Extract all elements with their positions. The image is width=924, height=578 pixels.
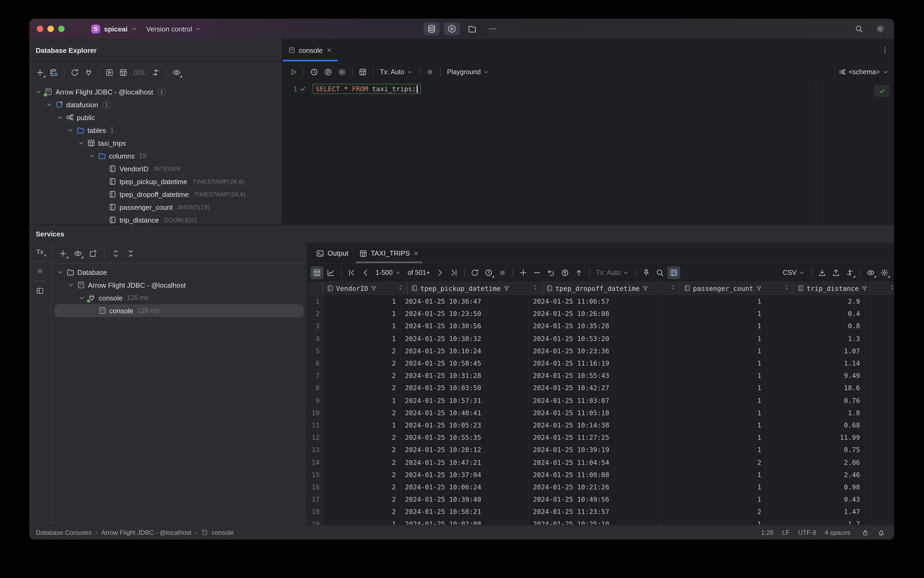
editor-body[interactable]: 1 SELECT * FROM taxi_trips;: [282, 83, 894, 224]
tx-mode-select[interactable]: Tx: Auto: [377, 68, 416, 76]
row-number[interactable]: 1: [307, 295, 323, 307]
cell[interactable]: [865, 345, 894, 357]
cell[interactable]: 2: [323, 468, 400, 481]
collapse-all-button[interactable]: [124, 247, 137, 260]
add-service-button[interactable]: [57, 247, 69, 260]
layout-panel-icon[interactable]: [36, 287, 44, 295]
dbx-node-datafusion[interactable]: datafusion1: [29, 98, 282, 111]
cell[interactable]: 0.98: [766, 481, 865, 493]
column-header-vendorid[interactable]: VendorID: [323, 281, 408, 295]
view-options-button[interactable]: [170, 66, 183, 79]
cell[interactable]: 2: [323, 345, 400, 357]
zoom-window-button[interactable]: [58, 26, 65, 32]
cell[interactable]: 2024-01-25 10:40:41: [400, 406, 529, 419]
open-in-new-tab-button[interactable]: [86, 247, 99, 260]
cell[interactable]: [865, 505, 894, 518]
cell[interactable]: 0.8: [766, 320, 865, 332]
row-number[interactable]: 2: [307, 307, 323, 320]
row-number[interactable]: 4: [307, 332, 323, 344]
cell[interactable]: 2: [323, 456, 400, 468]
cell[interactable]: 2.9: [766, 295, 865, 307]
sort-icon[interactable]: [532, 284, 539, 291]
row-number[interactable]: 5: [307, 345, 323, 357]
cell[interactable]: 2024-01-25 10:06:24: [400, 481, 529, 493]
settings-button[interactable]: [874, 23, 887, 35]
filter-icon[interactable]: [755, 285, 762, 292]
row-number[interactable]: 11: [307, 419, 323, 431]
refresh-button[interactable]: [68, 66, 81, 79]
column-header-trip-distance[interactable]: trip_distance: [794, 281, 894, 295]
cell[interactable]: 1: [660, 419, 766, 431]
cell[interactable]: 2024-01-25 10:25:10: [529, 518, 660, 524]
new-item-button[interactable]: [34, 66, 46, 79]
cell[interactable]: [865, 431, 894, 443]
services-node-database[interactable]: Database: [51, 266, 307, 279]
cell[interactable]: 2024-01-25 10:36:47: [400, 295, 529, 307]
column-header-passenger-count[interactable]: passenger_count: [680, 281, 794, 295]
next-page-button[interactable]: [434, 266, 447, 279]
tab-console[interactable]: console: [283, 39, 338, 62]
cell[interactable]: 2024-01-25 11:06:57: [529, 295, 660, 307]
filter-icon[interactable]: [370, 285, 377, 292]
cell[interactable]: 1: [660, 382, 766, 394]
cell[interactable]: 1: [660, 369, 766, 382]
cell[interactable]: 2024-01-25 10:26:08: [529, 307, 660, 320]
cell[interactable]: 1: [660, 468, 766, 481]
cell[interactable]: 1: [660, 307, 766, 320]
cell[interactable]: [865, 295, 894, 307]
stop-button[interactable]: [496, 266, 509, 279]
row-number[interactable]: 16: [307, 481, 323, 493]
cell[interactable]: 1.7: [766, 518, 865, 524]
row-number[interactable]: 7: [307, 369, 323, 382]
cell[interactable]: 1: [323, 320, 400, 332]
history-button[interactable]: [308, 66, 321, 78]
cell[interactable]: 1: [660, 431, 766, 443]
cell[interactable]: 18.6: [766, 382, 865, 394]
breadcrumb-item[interactable]: console: [212, 529, 233, 536]
cell[interactable]: 2024-01-25 10:10:24: [400, 345, 529, 357]
disconnect-button[interactable]: [82, 66, 95, 79]
cell[interactable]: 1: [660, 394, 766, 406]
open-table-button[interactable]: [117, 66, 130, 79]
settings-button[interactable]: [878, 266, 891, 279]
cell[interactable]: [865, 468, 894, 481]
row-number[interactable]: 10: [307, 406, 323, 419]
cell[interactable]: 2024-01-25 10:31:28: [400, 369, 529, 382]
dbx-node-tables[interactable]: tables1: [29, 124, 282, 136]
reload-page-button[interactable]: [468, 266, 481, 279]
find-button[interactable]: [653, 266, 666, 279]
cell[interactable]: 1.3: [766, 332, 865, 344]
row-number[interactable]: 12: [307, 431, 323, 443]
cell[interactable]: 1: [660, 481, 766, 493]
revert-button[interactable]: [545, 266, 558, 279]
dbx-node-trip-distance[interactable]: trip_distanceDOUBLE(0): [29, 213, 282, 224]
cell[interactable]: 0.68: [766, 419, 865, 431]
filter-icon[interactable]: [642, 285, 649, 292]
row-number[interactable]: 19: [307, 518, 323, 524]
playground-select[interactable]: Playground: [444, 68, 492, 76]
cell[interactable]: 1.07: [766, 345, 865, 357]
column-header-tpep-pickup-datetime[interactable]: tpep_pickup_datetime: [408, 281, 543, 295]
cell[interactable]: 1: [660, 406, 766, 419]
cell[interactable]: 11.99: [766, 431, 865, 443]
cell[interactable]: 2024-01-25 11:00:08: [529, 468, 660, 481]
cell[interactable]: 2: [323, 444, 400, 456]
cell[interactable]: [865, 406, 894, 419]
cell[interactable]: 1.8: [766, 406, 865, 419]
row-number[interactable]: 15: [307, 468, 323, 481]
cell[interactable]: 2024-01-25 10:38:32: [400, 332, 529, 344]
tx-mode-select[interactable]: Tx: Auto: [593, 269, 632, 276]
cell[interactable]: [865, 394, 894, 406]
cell[interactable]: 1: [660, 493, 766, 505]
cell[interactable]: [865, 419, 894, 431]
cell[interactable]: [865, 481, 894, 493]
row-number[interactable]: 17: [307, 493, 323, 505]
close-icon[interactable]: [326, 47, 332, 54]
cell[interactable]: 2: [323, 493, 400, 505]
run-button[interactable]: [287, 66, 300, 78]
cell[interactable]: 2: [660, 505, 766, 518]
cell[interactable]: 2024-01-25 10:28:12: [400, 444, 529, 456]
cell[interactable]: [865, 307, 894, 320]
filter-icon[interactable]: [503, 285, 510, 292]
inspections-widget[interactable]: [874, 85, 890, 97]
